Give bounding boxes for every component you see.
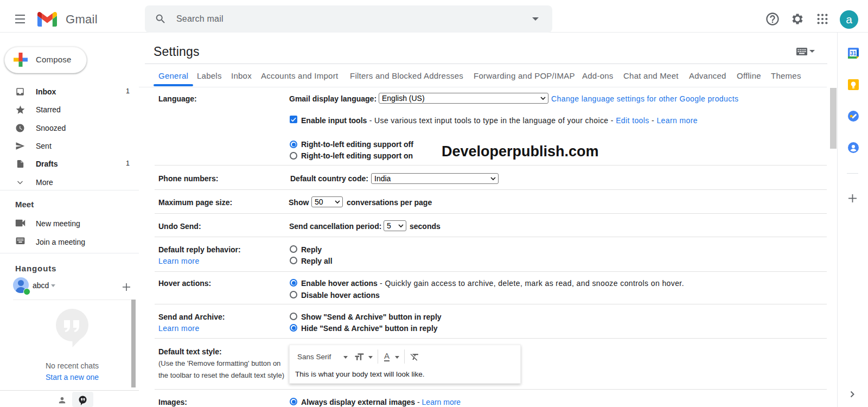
svg-text:31: 31 [850,50,857,56]
